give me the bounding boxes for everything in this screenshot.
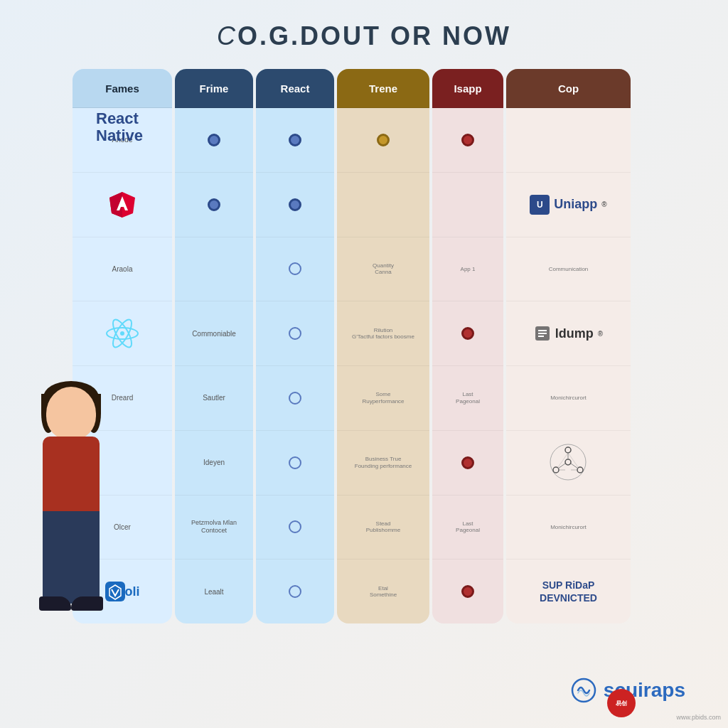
cell-cop-4: ldump ® — [506, 301, 631, 366]
col-isapp-body: App 1 LastPageonal LastPageonal — [432, 108, 503, 623]
char-head — [46, 387, 96, 440]
col-trene-header: Trene — [337, 69, 429, 108]
dot-isapp-6 — [461, 456, 474, 469]
dot-outline-react-4 — [289, 327, 301, 340]
dot-isapp-8 — [461, 585, 474, 598]
cell-frames-4 — [73, 301, 172, 366]
dot-frime-1 — [208, 134, 220, 146]
cell-frime-3 — [175, 237, 253, 302]
cell-isapp-7: LastPageonal — [432, 496, 503, 560]
cell-isapp-8 — [432, 560, 503, 623]
dot-outline-react-6 — [289, 456, 301, 469]
dot-react-1 — [289, 134, 301, 146]
cell-isapp-2 — [432, 173, 503, 237]
cell-cop-2: U Uniapp ® — [506, 173, 631, 237]
react-logo — [105, 316, 139, 350]
svg-point-18 — [565, 459, 571, 465]
dot-isapp-1 — [461, 134, 474, 146]
network-logo — [549, 443, 588, 482]
react-native-label: ReactNative — [96, 110, 143, 144]
cell-text-frime-7: Petzmolva MlanContocet — [191, 519, 237, 535]
cell-frime-4: Commoniable — [175, 301, 253, 366]
cell-trene-3: QuantityCanna — [337, 237, 429, 302]
cell-cop-5: Monichircurort — [506, 366, 631, 431]
main-container: Co.g.dout or now Fames Anode — [0, 0, 728, 728]
cell-trene-4: RilutionG'Tactful factors boosme — [337, 301, 429, 366]
char-pants — [43, 511, 100, 604]
dot-outline-react-7 — [289, 520, 301, 533]
uniapp-registered: ® — [601, 200, 606, 208]
ldump-icon — [534, 325, 551, 342]
svg-rect-3 — [121, 203, 124, 205]
cell-trene-1 — [337, 108, 429, 173]
cell-trene-8: EtalSomethine — [337, 560, 429, 623]
comparison-table: Fames Anode Araola — [73, 69, 655, 623]
page-title: Co.g.dout or now — [217, 21, 511, 51]
cell-text-trene-3: QuantityCanna — [373, 262, 394, 276]
cell-text-trene-8: EtalSomethine — [370, 585, 397, 599]
cell-react-8 — [256, 560, 334, 623]
svg-point-16 — [553, 467, 559, 473]
pbids-text: 易创 — [616, 700, 627, 707]
col-frime-header: Frime — [175, 69, 253, 108]
col-isapp-header: Isapp — [432, 69, 503, 108]
svg-point-17 — [577, 467, 583, 473]
ldump-label: ldump — [555, 326, 594, 341]
cell-text-frime-4: Commoniable — [192, 329, 236, 338]
col-cop: Cop U Uniapp ® Communication — [506, 69, 631, 623]
cell-trene-5: SomeRuyperformance — [337, 366, 429, 431]
cell-frime-7: Petzmolva MlanContocet — [175, 496, 253, 560]
cell-cop-8: SUP RiDaP DEVNICTED — [506, 560, 631, 623]
cell-react-3 — [256, 237, 334, 302]
col-react-body — [256, 108, 334, 623]
char-body — [43, 437, 100, 515]
cell-text-frames-3: Araola — [112, 264, 133, 274]
cell-text-frime-5: Sautler — [203, 393, 225, 402]
scuiraps-icon — [571, 678, 596, 703]
cell-react-6 — [256, 431, 334, 496]
col-react: React — [256, 69, 334, 623]
cell-isapp-4 — [432, 301, 503, 366]
dot-react-2 — [289, 198, 301, 211]
cell-text-frime-6: Ideyen — [203, 458, 225, 467]
svg-point-15 — [565, 447, 571, 453]
cell-isapp-3: App 1 — [432, 237, 503, 302]
col-trene-body: QuantityCanna RilutionG'Tactful factors … — [337, 108, 429, 623]
cell-text-trene-7: SteadPublishomme — [366, 520, 400, 534]
cell-react-4 — [256, 301, 334, 366]
cell-react-2 — [256, 173, 334, 237]
character-illustration — [14, 387, 128, 671]
dot-frime-2 — [208, 198, 220, 211]
svg-point-7 — [120, 331, 124, 336]
cell-text-trene-5: SomeRuyperformance — [362, 391, 404, 405]
cell-cop-3: Communication — [506, 237, 631, 302]
dot-outline-react-5 — [289, 392, 301, 405]
cell-trene-2 — [337, 173, 429, 237]
char-shoe-right — [71, 596, 103, 611]
cell-frime-8: Leaalt — [175, 560, 253, 623]
cell-frime-5: Sautler — [175, 366, 253, 431]
cell-text-trene-6: Business TrueFounding performance — [355, 456, 412, 469]
cell-text-isapp-7: LastPageonal — [456, 520, 480, 534]
col-frime: Frime Commoniable Sautler Ideyen — [175, 69, 253, 623]
cell-isapp-6 — [432, 431, 503, 496]
cell-trene-6: Business TrueFounding performance — [337, 431, 429, 496]
ldump-logo: ldump ® — [534, 325, 603, 342]
uniapp-icon: U — [530, 195, 550, 215]
col-frime-body: Commoniable Sautler Ideyen Petzmolva Mla… — [175, 108, 253, 623]
ldump-registered: ® — [598, 330, 603, 338]
cell-text-cop-5: Monichircurort — [550, 395, 587, 402]
angular-logo — [108, 191, 136, 219]
cell-isapp-5: LastPageonal — [432, 366, 503, 431]
dot-outline-react-8 — [289, 585, 301, 598]
dot-outline-react-3 — [289, 262, 301, 275]
suprid-logo: SUP RiDaP DEVNICTED — [513, 579, 623, 604]
cell-react-1 — [256, 108, 334, 173]
cell-trene-7: SteadPublishomme — [337, 496, 429, 560]
cell-frames-3: Araola — [73, 237, 172, 302]
col-cop-body: U Uniapp ® Communication — [506, 108, 631, 623]
dot-isapp-4 — [461, 327, 474, 340]
svg-point-14 — [550, 444, 586, 480]
cell-frime-1 — [175, 108, 253, 173]
cell-cop-7: Monichircurort — [506, 496, 631, 560]
